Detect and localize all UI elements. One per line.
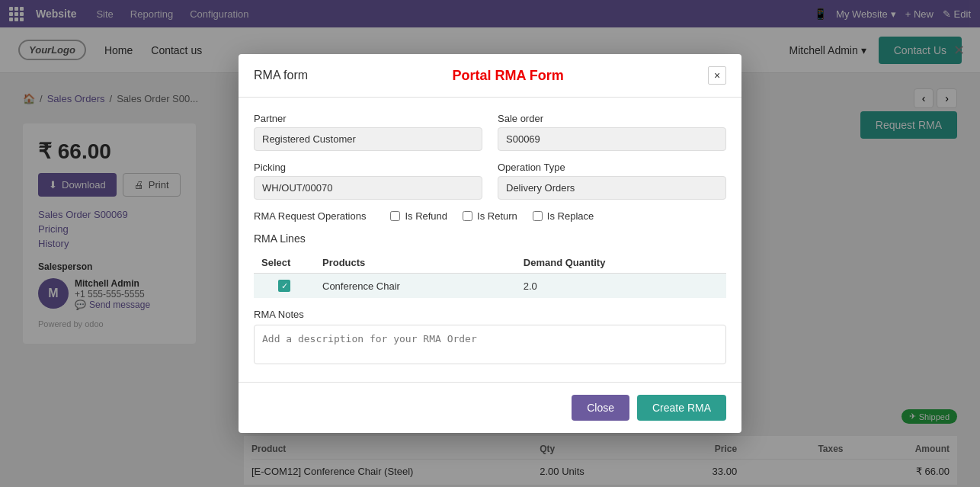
demand-qty-cell: 2.0 bbox=[516, 274, 726, 299]
checkbox-row: RMA Request Operations Is Refund Is Retu… bbox=[254, 210, 726, 222]
checkbox-wrap: Is Refund Is Return Is Replace bbox=[390, 210, 594, 222]
operation-type-label: Operation Type bbox=[498, 162, 726, 173]
product-name-cell: Conference Chair bbox=[315, 274, 516, 299]
is-replace-label: Is Replace bbox=[547, 210, 594, 222]
sale-order-input[interactable] bbox=[498, 127, 726, 151]
partner-label: Partner bbox=[254, 113, 482, 124]
sale-order-label: Sale order bbox=[498, 113, 726, 124]
is-return-checkbox[interactable] bbox=[463, 211, 472, 221]
is-replace-group: Is Replace bbox=[533, 210, 594, 222]
rma-modal: RMA form Portal RMA Form × Partner Sale … bbox=[239, 54, 741, 433]
rma-request-label: RMA Request Operations bbox=[254, 210, 366, 222]
rma-line-row: Conference Chair 2.0 bbox=[254, 274, 726, 299]
select-cell bbox=[254, 274, 315, 299]
form-row-2: Picking Operation Type bbox=[254, 162, 726, 200]
modal-header: RMA form Portal RMA Form × bbox=[239, 54, 741, 98]
operation-type-group: Operation Type bbox=[498, 162, 726, 200]
rma-lines-label: RMA Lines bbox=[254, 232, 726, 245]
col-demand-qty: Demand Quantity bbox=[516, 252, 726, 274]
picking-label: Picking bbox=[254, 162, 482, 173]
modal-title-center: Portal RMA Form bbox=[317, 68, 699, 84]
create-rma-button[interactable]: Create RMA bbox=[637, 395, 726, 421]
is-return-label: Is Return bbox=[477, 210, 517, 222]
notes-label: RMA Notes bbox=[254, 309, 726, 320]
modal-close-button[interactable]: × bbox=[708, 66, 726, 85]
modal-footer: Close Create RMA bbox=[239, 382, 741, 433]
picking-input[interactable] bbox=[254, 176, 482, 200]
close-button[interactable]: Close bbox=[572, 395, 629, 421]
is-return-group: Is Return bbox=[463, 210, 517, 222]
partner-group: Partner bbox=[254, 113, 482, 151]
partner-input[interactable] bbox=[254, 127, 482, 151]
col-select: Select bbox=[254, 252, 315, 274]
col-products: Products bbox=[315, 252, 516, 274]
notes-textarea[interactable] bbox=[254, 325, 726, 364]
modal-overlay: RMA form Portal RMA Form × Partner Sale … bbox=[0, 0, 980, 485]
is-refund-label: Is Refund bbox=[405, 210, 447, 222]
modal-body: Partner Sale order Picking Operation Typ… bbox=[239, 98, 741, 382]
is-replace-checkbox[interactable] bbox=[533, 211, 543, 221]
is-refund-checkbox[interactable] bbox=[390, 211, 400, 221]
modal-title-left: RMA form bbox=[254, 69, 308, 82]
select-checkbox-checked[interactable] bbox=[278, 280, 290, 292]
operation-type-input[interactable] bbox=[498, 176, 726, 200]
form-row-1: Partner Sale order bbox=[254, 113, 726, 151]
sale-order-group: Sale order bbox=[498, 113, 726, 151]
rma-lines-table: Select Products Demand Quantity Conferen… bbox=[254, 252, 726, 298]
is-refund-group: Is Refund bbox=[390, 210, 447, 222]
picking-group: Picking bbox=[254, 162, 482, 200]
